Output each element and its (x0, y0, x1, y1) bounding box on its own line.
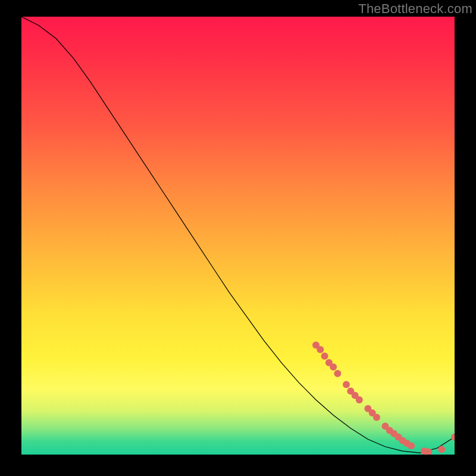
plot-area (21, 17, 455, 455)
data-point (438, 446, 445, 453)
data-point (408, 442, 415, 449)
data-point (317, 346, 324, 353)
data-point (451, 434, 455, 441)
watermark-text: TheBottleneck.com (358, 1, 472, 17)
chart-frame: TheBottleneck.com (0, 0, 476, 476)
data-point (334, 370, 341, 377)
data-point (343, 381, 350, 388)
data-point (373, 414, 380, 421)
data-point (321, 352, 328, 359)
bottleneck-curve (21, 17, 455, 453)
data-point (356, 396, 363, 403)
marker-group (312, 342, 455, 455)
chart-svg (21, 17, 455, 455)
data-point (330, 364, 337, 371)
